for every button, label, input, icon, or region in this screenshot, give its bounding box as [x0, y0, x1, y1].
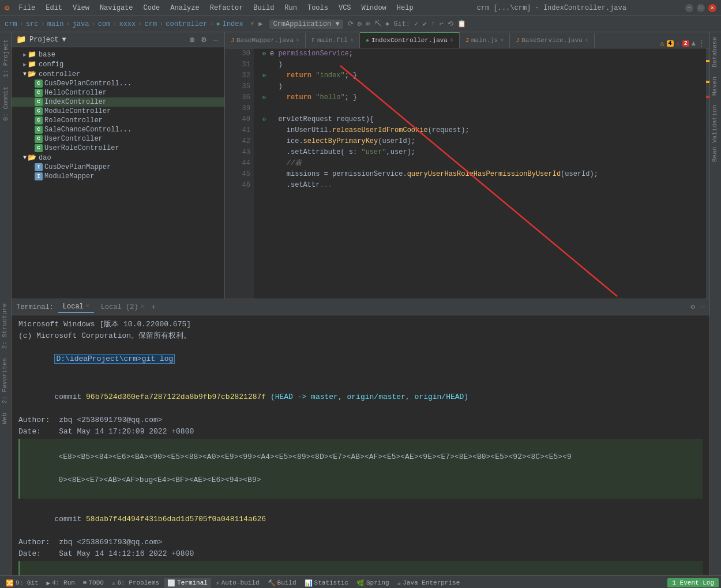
- tool-statistic[interactable]: 📊 Statistic: [301, 578, 352, 588]
- tree-item-cusdevplan[interactable]: C CusDevPlanControll...: [12, 79, 224, 88]
- tool-build[interactable]: 🔨 Build: [264, 578, 300, 588]
- right-label-bean[interactable]: Bean Validation: [710, 100, 721, 167]
- term-add-button[interactable]: +: [151, 303, 156, 312]
- menu-analyze[interactable]: Analyze: [166, 3, 204, 13]
- run-config-dropdown[interactable]: CrmApplication ▼: [269, 20, 343, 29]
- code-area[interactable]: ⊕ e permissionService; ) ⊕ return "index…: [254, 48, 706, 299]
- tree-item-index[interactable]: C IndexController: [12, 97, 224, 107]
- term-tab-local2[interactable]: Local (2) ×: [96, 302, 149, 312]
- tree-item-modulemapper[interactable]: I ModuleMapper: [12, 172, 224, 181]
- menu-code[interactable]: Code: [138, 3, 164, 13]
- autobuild-label: Auto-build: [221, 579, 260, 586]
- tool-problems[interactable]: ⚠ 6: Problems: [108, 578, 163, 588]
- sidebar-label-commit[interactable]: 0: Commit: [1, 82, 10, 125]
- terminal-tabs-bar: Terminal: Local × Local (2) × + ⚙ ─: [12, 299, 709, 315]
- expand-icon[interactable]: ▲: [692, 40, 696, 48]
- tab-icon-mainftl: F: [311, 37, 315, 44]
- tab-close-basemapper[interactable]: ×: [296, 37, 299, 44]
- menu-vcs[interactable]: VCS: [334, 3, 356, 13]
- tab-close-mainftl[interactable]: ×: [350, 37, 354, 44]
- breadcrumb-java[interactable]: java: [73, 20, 89, 28]
- tab-baseservice[interactable]: J BaseService.java ×: [510, 33, 595, 48]
- breadcrumb-index[interactable]: Index: [223, 20, 243, 28]
- tool-todo[interactable]: ≡ TODO: [80, 578, 107, 587]
- project-collapse-btn[interactable]: ─: [211, 35, 220, 44]
- project-header: 📁 Project ▼ ⊕ ⚙ ─: [12, 32, 224, 47]
- gutter-35: [258, 81, 270, 92]
- tree-item-role[interactable]: C RoleController: [12, 116, 224, 125]
- more-icon[interactable]: ⋮: [698, 39, 705, 48]
- left-label-favorites[interactable]: 2: Favorites: [0, 353, 11, 408]
- code-line-42: ice.selectByPrimaryKey(userId);: [258, 136, 701, 147]
- tab-close-mainjs[interactable]: ×: [500, 37, 504, 44]
- project-scope-btn[interactable]: ⊕: [187, 35, 197, 44]
- minimize-button[interactable]: ─: [685, 4, 693, 12]
- tree-item-controller[interactable]: ▼ 📂 controller: [12, 69, 224, 79]
- tree-item-hello[interactable]: C HelloController: [12, 88, 224, 97]
- term-tab-local-close[interactable]: ×: [86, 303, 89, 310]
- gutter-31: [258, 59, 270, 70]
- tool-git[interactable]: 🔀 9: Git: [2, 578, 42, 588]
- sidebar-label-project[interactable]: 1: Project: [1, 35, 10, 82]
- breadcrumb-crm2[interactable]: crm: [144, 20, 157, 28]
- breadcrumb-xxxx[interactable]: xxxx: [119, 20, 136, 28]
- terminal-label-strip: Terminal: [177, 579, 208, 586]
- menu-run[interactable]: Run: [280, 3, 302, 13]
- tab-mainftl[interactable]: F main.ftl ×: [306, 33, 360, 48]
- breadcrumb-crm[interactable]: crm: [5, 20, 17, 28]
- tab-basemapper[interactable]: J BaseMapper.java ×: [225, 33, 306, 48]
- code-line-41: inUserUtil.releaseUserIdFromCookie(reque…: [258, 125, 701, 136]
- breadcrumb-com[interactable]: com: [98, 20, 111, 28]
- tree-item-dao[interactable]: ▼ 📂 dao: [12, 153, 224, 163]
- maximize-button[interactable]: □: [697, 4, 705, 12]
- breadcrumb-src[interactable]: src: [26, 20, 39, 28]
- menu-bar: File Edit View Navigate Code Analyze Ref…: [14, 3, 418, 13]
- menu-refactor[interactable]: Refactor: [205, 3, 248, 13]
- event-log-button[interactable]: 1 Event Log: [667, 578, 719, 587]
- tab-mainjs[interactable]: J main.js ×: [460, 33, 510, 48]
- tree-item-module[interactable]: C ModuleController: [12, 107, 224, 116]
- tab-indexcontroller[interactable]: ● IndexController.java ×: [360, 32, 460, 48]
- left-label-web[interactable]: Web: [0, 408, 11, 429]
- warning-count: 4: [667, 40, 674, 47]
- tool-spring[interactable]: 🌿 Spring: [353, 578, 393, 588]
- code-line-30: ⊕ e permissionService;: [258, 48, 701, 59]
- breadcrumb-controller[interactable]: controller: [166, 20, 207, 28]
- tool-java-enterprise[interactable]: ☕ Java Enterprise: [394, 578, 464, 588]
- close-button[interactable]: ✕: [708, 4, 716, 12]
- project-dropdown[interactable]: ▼: [62, 36, 66, 44]
- term-tab-local2-close[interactable]: ×: [141, 304, 144, 310]
- menu-window[interactable]: Window: [357, 3, 391, 13]
- term-tab-local[interactable]: Local ×: [58, 301, 94, 313]
- tree-item-salechance[interactable]: C SaleChanceControll...: [12, 125, 224, 134]
- term-minimize-button[interactable]: ─: [701, 303, 705, 311]
- menu-navigate[interactable]: Navigate: [95, 3, 138, 13]
- project-settings-btn[interactable]: ⚙: [199, 35, 209, 44]
- tree-item-config[interactable]: ▶ 📁 config: [12, 59, 224, 69]
- menu-view[interactable]: View: [68, 3, 94, 13]
- tree-item-base[interactable]: ▶ 📁 base: [12, 50, 224, 59]
- tool-autobuild[interactable]: ⚡ Auto-build: [212, 578, 263, 588]
- git-icon: 🔀: [6, 579, 14, 587]
- right-label-maven[interactable]: Maven: [710, 72, 721, 100]
- menu-build[interactable]: Build: [249, 3, 279, 13]
- tree-item-userrole[interactable]: C UserRoleController: [12, 144, 224, 153]
- breadcrumb-main[interactable]: main: [47, 20, 64, 28]
- menu-edit[interactable]: Edit: [41, 3, 67, 13]
- tree-item-user[interactable]: C UserController: [12, 134, 224, 144]
- term-tab-local-label: Local: [63, 303, 84, 311]
- tree-item-cusdevmapper[interactable]: I CusDevPlanMapper: [12, 163, 224, 172]
- right-side-labels: Database Maven Bean Validation: [709, 32, 721, 299]
- term-settings-button[interactable]: ⚙: [691, 303, 695, 311]
- menu-help[interactable]: Help: [392, 3, 418, 13]
- menu-file[interactable]: File: [14, 3, 40, 13]
- java-c-icon-role: C: [35, 116, 43, 125]
- right-label-database[interactable]: Database: [710, 32, 721, 72]
- left-label-structure[interactable]: 2: Structure: [0, 299, 11, 353]
- left-panel-labels: 1: Project 0: Commit: [0, 32, 12, 299]
- tab-close-baseservice[interactable]: ×: [585, 37, 588, 44]
- tool-run[interactable]: ▶ 4: Run: [43, 578, 78, 588]
- menu-tools[interactable]: Tools: [303, 3, 333, 13]
- tool-terminal[interactable]: ⬜ Terminal: [164, 578, 211, 588]
- tab-close-indexcontroller[interactable]: ×: [450, 37, 453, 44]
